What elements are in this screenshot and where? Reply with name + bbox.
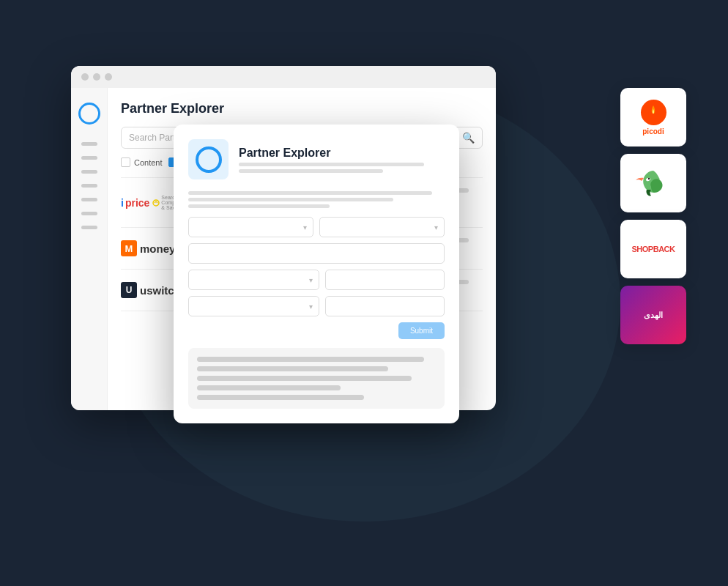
- tab-content[interactable]: Content: [121, 157, 163, 167]
- sidebar-nav-6[interactable]: [81, 212, 97, 215]
- modal-form-row-3: ▾: [188, 270, 445, 290]
- modal-logo-circle: [188, 139, 229, 179]
- svg-point-3: [647, 177, 649, 179]
- modal-title-area: Partner Explorer: [239, 146, 445, 173]
- desc-bar-2: [188, 198, 393, 201]
- modal-select-4[interactable]: ▾: [188, 296, 319, 316]
- modal-submit-row: Submit: [188, 322, 445, 339]
- modal-bar-1: [239, 163, 424, 166]
- modal-title: Partner Explorer: [239, 146, 445, 160]
- checkbox-content[interactable]: [121, 157, 130, 167]
- overlay-modal: Partner Explorer ▾ ▾: [174, 125, 459, 423]
- shopback-text: SHOPBACK: [632, 245, 675, 253]
- modal-select-2[interactable]: ▾: [319, 217, 445, 237]
- modal-form-row-2: [188, 243, 445, 264]
- shopback-logo: SHOPBACK: [632, 245, 675, 253]
- result-bar-1: [197, 357, 424, 362]
- iprice-logo: iprice: [121, 197, 161, 209]
- sidebar-logo: [78, 103, 100, 125]
- desc-bar-1: [188, 191, 432, 195]
- arabic-brand-text: الهدى: [644, 311, 663, 320]
- window-dot-1: [81, 73, 89, 81]
- search-icon[interactable]: 🔍: [462, 132, 475, 144]
- modal-logo-ring: [196, 146, 222, 173]
- result-bar-2: [197, 366, 388, 371]
- main-scene: Partner Explorer Search Partner types 🔍 …: [49, 44, 679, 542]
- modal-input-3[interactable]: [325, 296, 445, 316]
- submit-button[interactable]: Submit: [398, 322, 445, 339]
- partner-card-hummingbird[interactable]: [620, 154, 686, 212]
- uswitch-logo: U uswitch: [121, 282, 181, 298]
- sidebar-nav-2[interactable]: [81, 156, 97, 160]
- partner-card-arabic[interactable]: الهدى: [620, 286, 686, 344]
- modal-form-row-4: ▾: [188, 296, 445, 316]
- modal-select-3[interactable]: ▾: [188, 270, 319, 290]
- money-text: money: [140, 242, 175, 255]
- sidebar-nav-1[interactable]: [81, 142, 97, 146]
- uswitch-u-icon: U: [121, 282, 137, 298]
- result-bar-4: [197, 385, 341, 390]
- modal-header: Partner Explorer: [188, 139, 445, 179]
- sidebar-nav-5[interactable]: [81, 198, 97, 201]
- modal-input-full[interactable]: [188, 243, 445, 264]
- partner-cards: picodi SHOPBACK الهدى: [620, 88, 686, 344]
- browser-titlebar: [71, 66, 496, 88]
- hummingbird-icon: [634, 163, 674, 204]
- window-dot-2: [93, 73, 100, 81]
- sidebar-nav-4[interactable]: [81, 184, 97, 188]
- sidebar-nav-3[interactable]: [81, 170, 97, 174]
- result-bar-5: [197, 395, 364, 400]
- modal-subtitle-bars: [239, 163, 445, 173]
- partner-card-shopback[interactable]: SHOPBACK: [620, 220, 686, 278]
- page-title: Partner Explorer: [121, 101, 483, 116]
- sidebar-nav-7[interactable]: [81, 226, 97, 229]
- modal-result-area: [188, 348, 445, 409]
- window-dot-3: [105, 73, 112, 81]
- partner-card-picodi[interactable]: picodi: [620, 88, 686, 146]
- modal-top-bars: [188, 191, 445, 208]
- modal-select-1[interactable]: ▾: [188, 217, 313, 237]
- picodi-text: picodi: [642, 127, 664, 136]
- money-logo: M money: [121, 240, 175, 256]
- desc-bar-3: [188, 204, 330, 208]
- modal-form-row-1: ▾ ▾: [188, 217, 445, 237]
- iprice-icon: [151, 198, 161, 208]
- picodi-flame-icon: [645, 104, 661, 120]
- sidebar: [71, 88, 108, 410]
- money-m-icon: M: [121, 240, 137, 256]
- picodi-logo: picodi: [641, 100, 666, 136]
- picodi-icon: [641, 100, 666, 125]
- modal-bar-2: [239, 169, 383, 173]
- result-bar-3: [197, 376, 412, 381]
- modal-input-2[interactable]: [325, 270, 445, 290]
